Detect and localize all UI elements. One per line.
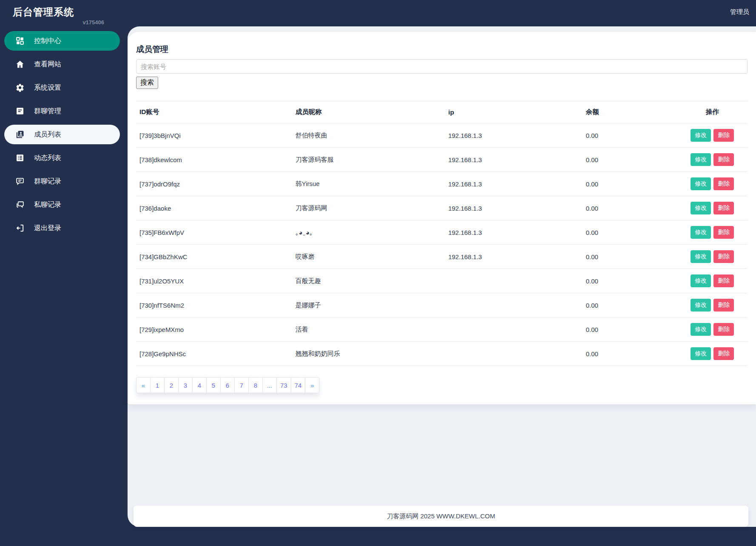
delete-button[interactable]: 删除 bbox=[713, 299, 734, 312]
chat-double-icon bbox=[15, 200, 25, 209]
pagination-page-4[interactable]: 4 bbox=[192, 377, 207, 393]
sidebar-item-feed-list[interactable]: 动态列表 bbox=[4, 148, 120, 168]
row-actions: 修改删除 bbox=[677, 196, 747, 220]
edit-button[interactable]: 修改 bbox=[691, 177, 711, 190]
member-nickname: 哎啄磨 bbox=[292, 245, 445, 269]
member-id: [739]3bBjnVQi bbox=[136, 123, 292, 148]
member-id: [735]FB6xWfpV bbox=[136, 220, 292, 245]
table-row: [735]FB6xWfpV｡◕‿◕｡192.168.1.30.00修改删除 bbox=[136, 220, 747, 245]
search-button[interactable]: 搜索 bbox=[136, 77, 158, 89]
member-nickname: 百般无趣 bbox=[292, 269, 445, 293]
member-ip bbox=[445, 293, 583, 317]
member-balance: 0.00 bbox=[583, 196, 677, 220]
delete-button[interactable]: 删除 bbox=[713, 202, 734, 214]
pagination-page-5[interactable]: 5 bbox=[206, 377, 221, 393]
pagination-page-6[interactable]: 6 bbox=[220, 377, 235, 393]
edit-button[interactable]: 修改 bbox=[691, 299, 711, 312]
row-actions: 修改删除 bbox=[677, 245, 747, 269]
edit-button[interactable]: 修改 bbox=[691, 226, 711, 239]
row-actions: 修改删除 bbox=[677, 293, 747, 317]
header-id: ID账号 bbox=[136, 101, 292, 123]
member-balance: 0.00 bbox=[583, 172, 677, 196]
edit-button[interactable]: 修改 bbox=[691, 323, 711, 336]
delete-button[interactable]: 删除 bbox=[713, 129, 734, 142]
pagination-next[interactable]: » bbox=[305, 377, 319, 393]
list-grid-icon bbox=[15, 153, 25, 163]
member-card-icon bbox=[15, 130, 25, 139]
pagination-page-7[interactable]: 7 bbox=[234, 377, 249, 393]
header-actions: 操作 bbox=[677, 101, 747, 123]
member-ip: 192.168.1.3 bbox=[445, 172, 583, 196]
member-ip bbox=[445, 317, 583, 342]
grid-icon bbox=[15, 36, 25, 46]
sidebar-item-label: 退出登录 bbox=[34, 224, 61, 233]
member-ip bbox=[445, 269, 583, 293]
sidebar-item-view-site[interactable]: 查看网站 bbox=[4, 54, 120, 74]
doc-lines-icon bbox=[15, 106, 25, 116]
pagination-page-8[interactable]: 8 bbox=[248, 377, 263, 393]
member-nickname: 是娜娜子 bbox=[292, 293, 445, 317]
member-table: ID账号 成员昵称 ip 余额 操作 [739]3bBjnVQi舒伯特夜曲192… bbox=[136, 101, 747, 366]
member-ip: 192.168.1.3 bbox=[445, 220, 583, 245]
header-balance: 余额 bbox=[583, 101, 677, 123]
table-row: [736]daoke刀客源码网192.168.1.30.00修改删除 bbox=[136, 196, 747, 220]
edit-button[interactable]: 修改 bbox=[691, 202, 711, 214]
pagination-page-3[interactable]: 3 bbox=[178, 377, 193, 393]
edit-button[interactable]: 修改 bbox=[691, 347, 711, 360]
pagination-page-74[interactable]: 74 bbox=[291, 377, 306, 393]
member-nickname: 活着 bbox=[292, 317, 445, 342]
delete-button[interactable]: 删除 bbox=[713, 323, 734, 336]
delete-button[interactable]: 删除 bbox=[713, 177, 734, 190]
delete-button[interactable]: 删除 bbox=[713, 226, 734, 239]
chat-lines-icon bbox=[15, 177, 25, 186]
member-id: [730]nfTS6Nm2 bbox=[136, 293, 292, 317]
app-title: 后台管理系统 bbox=[13, 6, 104, 19]
row-actions: 修改删除 bbox=[677, 220, 747, 245]
pagination-page-73[interactable]: 73 bbox=[276, 377, 291, 393]
member-management-card: 成员管理 搜索 ID账号 成员昵称 ip 余额 操作 [739]3bBjnVQi… bbox=[128, 32, 756, 404]
edit-button[interactable]: 修改 bbox=[691, 250, 711, 263]
member-balance: 0.00 bbox=[583, 269, 677, 293]
delete-button[interactable]: 删除 bbox=[713, 347, 734, 360]
sidebar-item-system-settings[interactable]: 系统设置 bbox=[4, 78, 120, 97]
member-nickname: 翘翘和奶奶同乐 bbox=[292, 342, 445, 366]
pagination-prev[interactable]: « bbox=[136, 377, 151, 393]
user-menu[interactable]: 管理员 bbox=[730, 8, 749, 16]
delete-button[interactable]: 删除 bbox=[713, 250, 734, 263]
pagination-page-1[interactable]: 1 bbox=[150, 377, 165, 393]
footer: 刀客源码网 2025 WWW.DKEWL.COM bbox=[134, 506, 748, 527]
pagination: «12345678...7374» bbox=[136, 377, 319, 393]
member-balance: 0.00 bbox=[583, 293, 677, 317]
sidebar-item-label: 查看网站 bbox=[34, 60, 61, 69]
sidebar-item-label: 系统设置 bbox=[34, 83, 61, 92]
member-id: [728]Ge9pNHSc bbox=[136, 342, 292, 366]
sidebar-item-label: 群聊管理 bbox=[34, 107, 61, 116]
sidebar-item-member-list[interactable]: 成员列表 bbox=[4, 125, 120, 144]
sidebar-item-label: 私聊记录 bbox=[34, 200, 61, 209]
sidebar-item-group-chat-log[interactable]: 群聊记录 bbox=[4, 172, 120, 191]
header-nickname: 成员昵称 bbox=[292, 101, 445, 123]
member-balance: 0.00 bbox=[583, 123, 677, 148]
delete-button[interactable]: 删除 bbox=[713, 153, 734, 166]
table-row: [731]ul2O5YUX百般无趣0.00修改删除 bbox=[136, 269, 747, 293]
row-actions: 修改删除 bbox=[677, 317, 747, 342]
delete-button[interactable]: 删除 bbox=[713, 274, 734, 287]
sidebar-item-control-center[interactable]: 控制中心 bbox=[4, 31, 120, 51]
edit-button[interactable]: 修改 bbox=[691, 153, 711, 166]
sidebar-item-logout[interactable]: 退出登录 bbox=[4, 218, 120, 238]
search-input[interactable] bbox=[136, 59, 747, 74]
header-ip: ip bbox=[445, 101, 583, 123]
edit-button[interactable]: 修改 bbox=[691, 129, 711, 142]
row-actions: 修改删除 bbox=[677, 148, 747, 172]
member-balance: 0.00 bbox=[583, 317, 677, 342]
pagination-page-2[interactable]: 2 bbox=[164, 377, 179, 393]
sidebar-item-group-chat-manage[interactable]: 群聊管理 bbox=[4, 101, 120, 121]
edit-button[interactable]: 修改 bbox=[691, 274, 711, 287]
member-ip: 192.168.1.3 bbox=[445, 245, 583, 269]
member-ip: 192.168.1.3 bbox=[445, 196, 583, 220]
page-title: 成员管理 bbox=[136, 44, 747, 55]
member-balance: 0.00 bbox=[583, 148, 677, 172]
member-nickname: 刀客源码网 bbox=[292, 196, 445, 220]
content-panel: 成员管理 搜索 ID账号 成员昵称 ip 余额 操作 [739]3bBjnVQi… bbox=[128, 26, 756, 527]
sidebar-item-private-chat-log[interactable]: 私聊记录 bbox=[4, 195, 120, 214]
